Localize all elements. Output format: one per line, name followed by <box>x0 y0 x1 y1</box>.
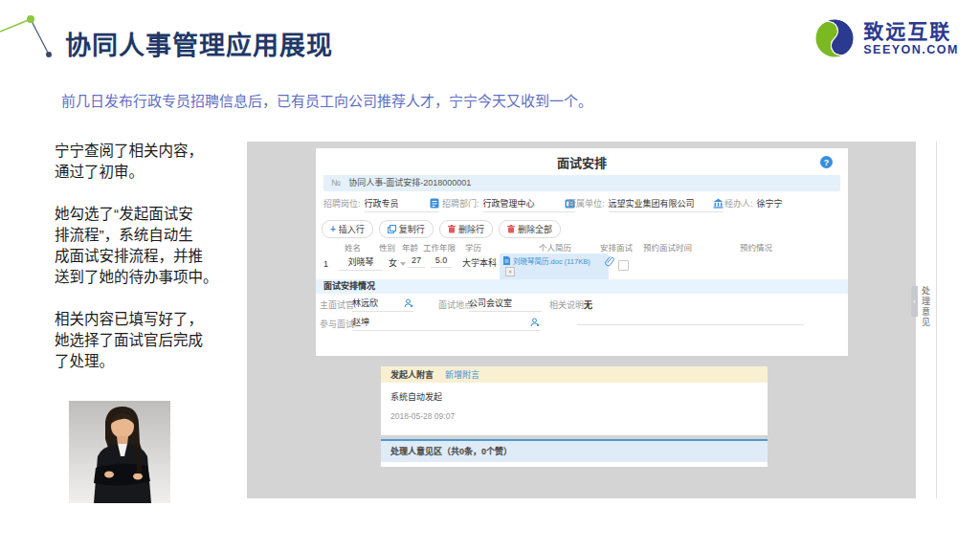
position-input[interactable]: 行政专员 <box>365 197 439 212</box>
doc-file-icon <box>503 256 510 265</box>
age-input[interactable]: 27 <box>408 255 425 268</box>
field-position: 招聘岗位: 行政专员 <box>323 197 439 212</box>
remove-attachment-icon[interactable]: ✕ <box>505 267 515 276</box>
col-header: 工作年限 <box>423 241 456 253</box>
narration-paragraph: 宁宁查阅了相关内容， 通过了初审。 <box>55 141 246 183</box>
handler-value: 徐宁宁 <box>757 197 783 209</box>
form-fields-row: 招聘岗位: 行政专员 招聘部门: 行政管理中心 <box>323 197 840 216</box>
arrange-interview-checkbox[interactable] <box>618 260 629 271</box>
candidate-name-input[interactable]: 刘晓琴 <box>339 255 383 271</box>
originator-comment-panel: 发起人附言 新增附言 系统自动发起 2018-05-28 09:07 <box>381 366 768 435</box>
field-org: 所属单位: 远望实业集团有限公司 <box>568 197 724 212</box>
org-bank-icon[interactable] <box>713 198 724 209</box>
paperclip-icon[interactable] <box>605 255 614 268</box>
page-title: 协同人事管理应用展现 <box>65 25 333 62</box>
copy-icon <box>388 225 396 233</box>
field-label: 所属单位: <box>568 197 605 209</box>
numero-icon: № <box>331 178 341 187</box>
person-picker-icon[interactable] <box>530 318 540 327</box>
dept-input[interactable]: 行政管理中心 <box>483 197 575 212</box>
years-input[interactable]: 5.0 <box>431 255 452 268</box>
opinion-side-tab[interactable]: 处理意见 <box>920 286 932 328</box>
person-picker-icon[interactable] <box>404 298 413 308</box>
resume-attachment-chip[interactable]: 刘晓琴简历.doc (117KB) ✕ <box>500 253 609 282</box>
seeyon-logo: 致远互联 SEEYON.COM <box>813 17 959 59</box>
col-header: 预约情况 <box>740 241 772 253</box>
col-header: 年龄 <box>402 241 418 253</box>
opinion-bar-title: 处理人意见区（共0条，0个赞） <box>381 441 768 462</box>
delete-all-button[interactable]: 删除全部 <box>499 220 561 238</box>
col-header: 安排面试 <box>600 241 633 253</box>
narration-block: 宁宁查阅了相关内容， 通过了初审。 她勾选了“发起面试安 排流程”，系统自动生 … <box>55 141 246 393</box>
position-picker-icon[interactable] <box>430 198 439 209</box>
handler-opinion-panel: 处理人意见区（共0条，0个赞） <box>381 439 768 467</box>
intro-text: 前几日发布行政专员招聘信息后，已有员工向公司推荐人才，宁宁今天又收到一个。 <box>61 90 592 110</box>
col-header: 学历 <box>465 241 481 253</box>
seeyon-swirl-icon <box>813 17 856 59</box>
field-label: 主面试官: <box>320 298 357 311</box>
place-input[interactable]: 公司会议室 <box>469 297 542 312</box>
dropdown-caret-icon <box>400 262 406 266</box>
gender-select[interactable]: 女 <box>389 256 406 269</box>
col-header: 预约面试时间 <box>643 241 692 253</box>
section-header: 面试安排情况 <box>316 279 848 294</box>
trash-all-icon <box>507 225 515 233</box>
interviewer-input[interactable]: 林远欣 <box>352 297 413 312</box>
logo-text-en: SEEYON.COM <box>863 44 959 56</box>
title-bullet-icon <box>0 13 57 61</box>
persona-photo <box>69 401 170 503</box>
field-label: 参与面试: <box>320 318 357 330</box>
form-title: 面试安排 <box>316 153 848 171</box>
add-comment-link[interactable]: 新增附言 <box>445 368 479 381</box>
resume-file-name[interactable]: 刘晓琴简历.doc (117KB) <box>513 255 590 266</box>
copy-row-button[interactable]: 复制行 <box>379 220 434 238</box>
help-icon[interactable]: ? <box>820 156 833 168</box>
app-screenshot: 面试安排 ? № 协同人事-面试安排-2018000001 招聘岗位: 行政专员 <box>247 142 937 498</box>
col-header: 性别 <box>379 241 395 253</box>
chevron-left-icon: ‹ <box>913 298 915 305</box>
field-dept: 招聘部门: 行政管理中心 <box>442 197 575 212</box>
narration-paragraph: 她勾选了“发起面试安 排流程”，系统自动生 成面试安排流程，并推 送到了她的待办… <box>55 204 246 288</box>
interview-form-card: 面试安排 ? № 协同人事-面试安排-2018000001 招聘岗位: 行政专员 <box>316 148 848 356</box>
collapse-handle[interactable]: ‹ <box>911 286 918 317</box>
logo-text-cn: 致远互联 <box>863 21 959 41</box>
row-toolbar: + 插入行 复制行 删除行 <box>322 220 561 238</box>
doc-number-bar: № 协同人事-面试安排-2018000001 <box>323 175 840 191</box>
trash-icon <box>448 225 456 233</box>
opinion-body <box>381 462 768 467</box>
comment-header: 发起人附言 新增附言 <box>381 366 768 383</box>
presentation-slide: 协同人事管理应用展现 致远互联 SEEYON.COM 前几日发布行政专员招聘信息… <box>0 0 980 551</box>
note-underline <box>577 324 804 325</box>
comment-timestamp: 2018-05-28 09:07 <box>390 411 758 421</box>
field-label: 招聘部门: <box>442 197 479 209</box>
field-label: 招聘岗位: <box>323 197 361 209</box>
plus-icon: + <box>330 224 336 234</box>
col-header: 个人简历 <box>539 241 571 253</box>
delete-row-button[interactable]: 删除行 <box>439 220 493 238</box>
comment-body: 系统自动发起 2018-05-28 09:07 <box>381 383 768 429</box>
row-index: 1 <box>323 259 328 269</box>
note-value: 无 <box>584 298 592 311</box>
narration-paragraph: 相关内容已填写好了， 她选择了面试官后完成 了处理。 <box>55 309 246 372</box>
comment-title: 发起人附言 <box>390 368 434 381</box>
org-input[interactable]: 远望实业集团有限公司 <box>609 197 724 212</box>
field-label: 经办人: <box>724 197 753 209</box>
doc-number: 协同人事-面试安排-2018000001 <box>348 178 471 187</box>
field-handler: 经办人: 徐宁宁 <box>724 197 783 209</box>
insert-row-button[interactable]: + 插入行 <box>322 220 373 238</box>
col-header: 姓名 <box>345 241 361 253</box>
comment-message: 系统自动发起 <box>390 390 758 403</box>
participant-input[interactable]: 赵坤 <box>352 316 540 331</box>
field-label: 相关说明: <box>549 298 587 311</box>
